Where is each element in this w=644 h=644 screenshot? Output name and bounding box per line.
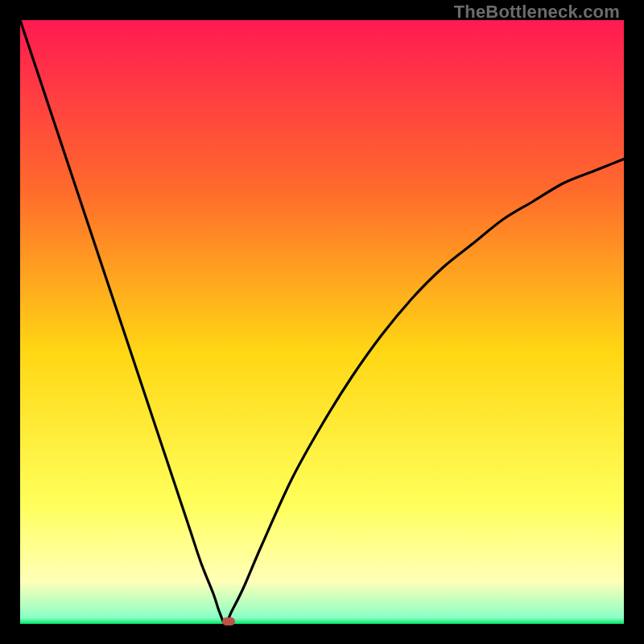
bottleneck-curve bbox=[20, 20, 624, 624]
plot-frame bbox=[20, 20, 624, 624]
optimum-marker bbox=[222, 617, 235, 625]
